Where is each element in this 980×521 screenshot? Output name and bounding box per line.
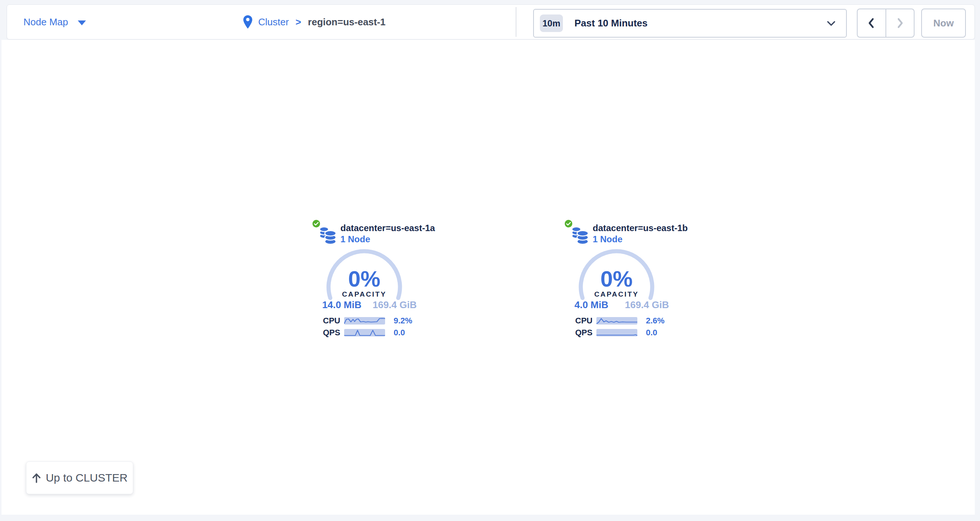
- datacenter-node-count-link[interactable]: 1 Node: [593, 234, 622, 245]
- time-forward-button[interactable]: [886, 9, 914, 37]
- qps-label: QPS: [575, 328, 597, 338]
- breadcrumb-link-cluster[interactable]: Cluster: [258, 16, 289, 28]
- qps-label: QPS: [323, 328, 344, 338]
- capacity-total: 169.4 GiB: [625, 299, 669, 311]
- qps-metric-row: QPS 0.0: [323, 328, 405, 338]
- datacenter-card: datacenter=us-east-1b 1 Node 0% CAPACITY…: [564, 219, 676, 342]
- time-range-badge: 10m: [540, 14, 563, 32]
- datacenter-node-count-link[interactable]: 1 Node: [340, 234, 370, 245]
- healthy-check-icon: [312, 219, 321, 228]
- capacity-used: 4.0 MiB: [574, 299, 608, 311]
- time-range-label: Past 10 Minutes: [574, 18, 648, 29]
- capacity-percent: 0%: [578, 268, 655, 290]
- chevron-left-icon: [867, 18, 876, 29]
- breadcrumb: Cluster > region=us-east-1: [243, 5, 385, 39]
- capacity-label: CAPACITY: [325, 290, 403, 298]
- time-pager: [857, 8, 915, 38]
- qps-value: 0.0: [394, 328, 405, 338]
- node-map-page: Node Map Cluster > region=us-east-1 10m …: [0, 0, 980, 521]
- datacenter-header: datacenter=us-east-1a 1 Node: [340, 223, 435, 245]
- datacenter-name: datacenter=us-east-1b: [593, 223, 687, 234]
- chevron-right-icon: [896, 18, 904, 29]
- qps-sparkline: [344, 329, 385, 336]
- now-button[interactable]: Now: [921, 8, 966, 38]
- cpu-metric-row: CPU 9.2%: [323, 316, 412, 326]
- capacity-label: CAPACITY: [578, 290, 655, 298]
- capacity-total: 169.4 GiB: [372, 299, 417, 311]
- healthy-check-icon: [564, 219, 573, 228]
- qps-metric-row: QPS 0.0: [575, 328, 657, 338]
- cpu-value: 2.6%: [646, 316, 665, 326]
- chevron-down-icon: [827, 21, 836, 26]
- cpu-label: CPU: [575, 316, 597, 326]
- cpu-label: CPU: [323, 316, 344, 326]
- qps-value: 0.0: [646, 328, 657, 338]
- location-pin-icon: [243, 15, 252, 29]
- cpu-value: 9.2%: [394, 316, 412, 326]
- caret-down-icon: [78, 21, 86, 25]
- capacity-gauge: 0% CAPACITY: [578, 248, 655, 326]
- cpu-metric-row: CPU 2.6%: [575, 316, 665, 326]
- view-selector-dropdown[interactable]: Node Map: [24, 5, 86, 39]
- time-back-button[interactable]: [858, 9, 886, 37]
- capacity-gauge: 0% CAPACITY: [325, 248, 403, 326]
- qps-sparkline: [597, 329, 637, 336]
- breadcrumb-separator: >: [296, 16, 301, 28]
- time-range-dropdown[interactable]: 10m Past 10 Minutes: [533, 9, 847, 38]
- capacity-row: 14.0 MiB 169.4 GiB: [322, 299, 417, 311]
- cpu-sparkline: [597, 317, 637, 325]
- view-selector-label: Node Map: [24, 16, 68, 28]
- breadcrumb-current: region=us-east-1: [308, 16, 386, 28]
- arrow-up-icon: [32, 472, 41, 483]
- capacity-used: 14.0 MiB: [322, 299, 362, 311]
- datacenter-name: datacenter=us-east-1a: [340, 223, 435, 234]
- up-to-cluster-label: Up to CLUSTER: [46, 472, 127, 484]
- datacenter-icon: [571, 226, 590, 245]
- up-to-cluster-button[interactable]: Up to CLUSTER: [26, 462, 133, 494]
- capacity-row: 4.0 MiB 169.4 GiB: [574, 299, 669, 311]
- capacity-percent: 0%: [325, 268, 403, 290]
- datacenter-header: datacenter=us-east-1b 1 Node: [593, 223, 687, 245]
- topbar: Node Map Cluster > region=us-east-1 10m …: [7, 5, 975, 40]
- cpu-sparkline: [344, 317, 385, 325]
- datacenter-icon: [319, 226, 337, 245]
- datacenter-card: datacenter=us-east-1a 1 Node 0% CAPACITY…: [312, 219, 423, 342]
- node-map-canvas: [2, 40, 975, 515]
- topbar-divider: [515, 7, 516, 37]
